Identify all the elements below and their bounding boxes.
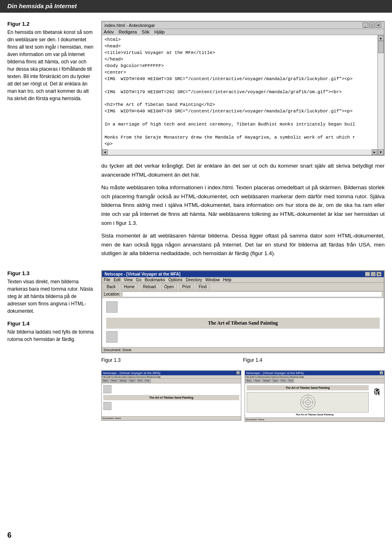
code-line-12: <IMG WIDTH=640 HEIGHT=39 SRC="/content/i… bbox=[105, 108, 375, 115]
nested-windows: Netscape - [Virtual Voyager at the MFA] … bbox=[101, 370, 385, 422]
fig13-sm-menubar: File Edit Go Bookmarks Options Directory… bbox=[102, 375, 241, 379]
fig14-painting-img bbox=[247, 392, 369, 412]
fig13-sm-btn-print[interactable]: Print bbox=[137, 379, 143, 383]
code-line-4: </head> bbox=[105, 56, 375, 63]
ns-menu-go[interactable]: Go bbox=[136, 278, 141, 282]
fig13-sm-status: Document: Done bbox=[102, 416, 241, 420]
ns-btn-back[interactable]: Back bbox=[104, 284, 118, 290]
sand-painting-title: The Art of Tibetan Sand Painting bbox=[106, 320, 380, 326]
left-column-top: Figur 1.2 En hemsida om tibetansk konst … bbox=[7, 21, 101, 262]
fig13-sm-btn-find[interactable]: Find bbox=[144, 379, 151, 383]
ns-img-placeholder-1 bbox=[106, 301, 380, 314]
hscrollbar-track bbox=[108, 149, 372, 155]
fig14-sm-close[interactable]: ✕ bbox=[380, 371, 383, 374]
figur1-3-caption: Texten visas direkt, men bilderna marker… bbox=[7, 278, 94, 315]
ns-btn-home[interactable]: Home bbox=[121, 284, 138, 290]
fig14-sm-status: Document: Done bbox=[245, 417, 384, 421]
code-line-16: Monks From the Seraje Monastery drew the… bbox=[105, 135, 375, 141]
fig14-bottom-title: The Art of Tibetan Sand Painting bbox=[247, 413, 383, 416]
code-window-main: <html> <head> <title>Virtual Voyager at … bbox=[102, 35, 377, 155]
fig13-sm-title: Netscape - [Virtual Voyager at the MFA] bbox=[103, 371, 160, 375]
code-window-controls: _ □ ✕ bbox=[363, 22, 381, 28]
code-window: index.html - Anteckningar _ □ ✕ Arkiv Re… bbox=[101, 21, 385, 156]
fig14-label-bottom: Figur 1.4 bbox=[243, 357, 385, 363]
fig13-sm-btn-open[interactable]: Open bbox=[128, 379, 136, 383]
ns-menu-view[interactable]: View bbox=[124, 278, 133, 282]
fig13-sm-btn-reload[interactable]: Reload bbox=[118, 379, 127, 383]
bottom-section: Figur 1.3 Texten visas direkt, men bilde… bbox=[0, 266, 392, 426]
ns-menu-edit[interactable]: Edit bbox=[114, 278, 120, 282]
code-window-title: index.html - Anteckningar bbox=[105, 23, 155, 28]
ns-btn-print[interactable]: Print bbox=[179, 284, 194, 290]
menu-sok[interactable]: Sök bbox=[142, 29, 149, 34]
fig14-content: The Art of Tibetan Sand Painting bbox=[247, 385, 383, 412]
ns-menu-file[interactable]: File bbox=[104, 278, 110, 282]
code-line-11: <h2>The Art of Tibetan Sand Painting</h2… bbox=[105, 102, 375, 108]
code-line-10 bbox=[105, 95, 375, 102]
hscrollbar-left-btn[interactable]: ◄ bbox=[102, 149, 108, 155]
ns-minimize[interactable]: _ bbox=[365, 272, 370, 276]
fig13-sm-title-text: The Art of Tibetan Sand Painting bbox=[103, 395, 239, 400]
scrollbar-up-btn[interactable]: ▲ bbox=[378, 35, 384, 41]
ns-btn-find[interactable]: Find bbox=[196, 284, 209, 290]
code-line-17: <p> bbox=[105, 141, 375, 148]
fig13-sm-btn-home[interactable]: Home bbox=[110, 379, 118, 383]
close-button[interactable]: ✕ bbox=[376, 22, 381, 28]
code-line-6: <center> bbox=[105, 69, 375, 76]
fig13-sm-menu2: Edit bbox=[107, 376, 111, 378]
ns-btn-open[interactable]: Open bbox=[161, 284, 177, 290]
figur1-2-label: Figur 1.2 bbox=[7, 21, 94, 27]
ns-maximize[interactable]: □ bbox=[371, 272, 376, 276]
fig14-sand-title: The Art of Tibetan Sand Painting bbox=[247, 385, 369, 390]
scrollbar-thumb[interactable] bbox=[378, 41, 384, 53]
fig14-sm-titlebar: Netscape - [Virtual Voyager at the MFA] … bbox=[245, 371, 384, 375]
code-line-9: <IMG WIDTH=179 HEIGHT=202 SRC="/content/… bbox=[105, 89, 375, 96]
minimize-button[interactable]: _ bbox=[363, 22, 368, 28]
ns-menu-window[interactable]: Window bbox=[205, 278, 220, 282]
fig13-sm-menu6: Directory bbox=[136, 376, 146, 378]
scrollbar-down-btn[interactable]: ▼ bbox=[378, 149, 384, 155]
right-body-text-3: Sista momentet är att webläsaren hämtar … bbox=[101, 231, 385, 258]
fig13-sm-btn-back[interactable]: Back bbox=[102, 379, 109, 383]
ns-btn-reload[interactable]: Reload bbox=[140, 284, 159, 290]
code-line-1: <html> bbox=[105, 37, 375, 43]
ns-url-bar[interactable] bbox=[122, 291, 382, 297]
fig13-sm-menu4: Bookmarks bbox=[115, 376, 127, 378]
fig14-window-container: Netscape - [Virtual Voyager at the MFA] … bbox=[245, 370, 385, 422]
figur1-2-caption: En hemsida om tibetansk konst så som din… bbox=[7, 29, 94, 102]
menu-redigera[interactable]: Redigera bbox=[118, 29, 137, 34]
menu-arkiv[interactable]: Arkiv bbox=[104, 29, 114, 34]
header-title: Din hemsida på Internet bbox=[7, 2, 77, 9]
code-line-3: <title>Virtual Voyager at the MFA</title… bbox=[105, 50, 375, 56]
bottom-left-column: Figur 1.3 Texten visas direkt, men bilde… bbox=[7, 270, 101, 422]
fig14-sm-toolbar: Back Home Reload Open Print Find bbox=[245, 379, 384, 383]
hscrollbar-right-btn[interactable]: ► bbox=[372, 149, 377, 155]
figure-labels-row: Figur 1.3 Figur 1.4 bbox=[101, 357, 385, 366]
ns-menu-bookmarks[interactable]: Bookmarks bbox=[145, 278, 165, 282]
fig14-text-area: The Art of Tibetan Sand Painting bbox=[247, 385, 369, 412]
fig14-small-window: Netscape - [Virtual Voyager at the MFA] … bbox=[245, 370, 385, 422]
code-line-15 bbox=[105, 128, 375, 135]
netscape-fig3-window: Netscape - [Virtual Voyager at the MFA] … bbox=[101, 270, 385, 353]
fig13-sm-body: The Art of Tibetan Sand Painting bbox=[102, 383, 241, 416]
netscape-fig3-urlbar: Location: bbox=[102, 291, 384, 298]
fig14-tibetan-symbol: ༀ bbox=[370, 385, 383, 401]
fig13-small-window-container: Netscape - [Virtual Voyager at the MFA] … bbox=[101, 370, 241, 422]
netscape-fig3-body: The Art of Tibetan Sand Painting bbox=[102, 298, 384, 347]
ns-menu-options[interactable]: Options bbox=[168, 278, 182, 282]
ns-menu-help[interactable]: Help bbox=[223, 278, 232, 282]
menu-hjalp[interactable]: Hjälp bbox=[154, 29, 165, 34]
maximize-button[interactable]: □ bbox=[369, 22, 375, 28]
fig13-sm-menu5: Options bbox=[127, 376, 136, 378]
netscape-fig3-menubar: File Edit View Go Bookmarks Options Dire… bbox=[102, 277, 384, 283]
right-column-top: index.html - Anteckningar _ □ ✕ Arkiv Re… bbox=[101, 21, 385, 262]
code-hscrollbar: ◄ ► bbox=[102, 149, 377, 155]
ns-close[interactable]: ✕ bbox=[376, 272, 381, 276]
figur1-4-caption: När bilderna laddats ned fylls de tomma … bbox=[7, 328, 94, 343]
fig14-sm-menubar: File Edit Go Bookmarks Options Directory… bbox=[245, 375, 384, 379]
code-line-13 bbox=[105, 115, 375, 121]
fig13-sm-close[interactable]: ✕ bbox=[236, 371, 240, 374]
figur1-3-label: Figur 1.3 bbox=[7, 270, 94, 276]
ns-menu-directory[interactable]: Directory bbox=[186, 278, 202, 282]
fig13-sm-menu1: File bbox=[102, 376, 106, 378]
